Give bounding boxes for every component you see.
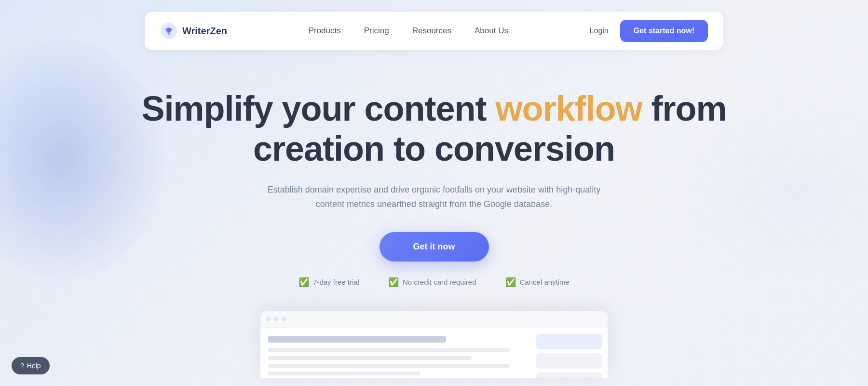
app-screenshot	[260, 311, 608, 378]
content-line-title	[268, 336, 446, 343]
screenshot-toolbar	[260, 311, 608, 328]
nav-item-resources[interactable]: Resources	[412, 26, 451, 36]
nav-item-about[interactable]: About Us	[475, 26, 508, 36]
sidebar-preview-1	[536, 334, 602, 349]
navbar: WriterZen Products Pricing Resources Abo…	[145, 12, 723, 50]
sidebar-preview-2	[536, 353, 602, 369]
nav-links: Products Pricing Resources About Us	[309, 26, 508, 36]
badge-no-cc-label: No credit card required	[403, 278, 476, 286]
check-icon-cancel: ✅	[505, 277, 516, 288]
nav-link-products[interactable]: Products	[309, 26, 341, 35]
badge-cancel-label: Cancel anytime	[520, 278, 570, 286]
logo-link[interactable]: WriterZen	[160, 22, 227, 40]
nav-right: Login Get started now!	[590, 20, 708, 42]
help-button[interactable]: ? Help	[12, 357, 50, 374]
logo-text: WriterZen	[182, 26, 227, 37]
content-line-3	[268, 364, 510, 368]
hero-title: Simplify your content workflow from crea…	[0, 89, 868, 169]
badge-trial-label: 7-day free trial	[313, 278, 359, 286]
hero-subtitle: Establish domain expertise and drive org…	[260, 182, 608, 212]
hero-section: Simplify your content workflow from crea…	[0, 50, 868, 378]
help-icon: ?	[20, 362, 24, 370]
check-icon-trial: ✅	[298, 277, 309, 288]
content-line-2	[268, 356, 472, 360]
hero-title-highlight: workflow	[496, 89, 642, 128]
badge-trial: ✅ 7-day free trial	[298, 277, 359, 288]
nav-link-about[interactable]: About Us	[475, 26, 508, 35]
sidebar-preview-3	[536, 372, 602, 378]
login-button[interactable]: Login	[590, 27, 609, 35]
hero-title-part1: Simplify your content	[141, 89, 495, 128]
nav-link-pricing[interactable]: Pricing	[364, 26, 389, 35]
toolbar-dot-3	[282, 317, 286, 321]
content-line-1	[268, 348, 510, 352]
content-line-4	[268, 372, 420, 375]
hero-title-line2: creation to conversion	[253, 129, 615, 168]
get-started-button[interactable]: Get started now!	[620, 20, 708, 42]
badge-no-cc: ✅ No credit card required	[388, 277, 476, 288]
hero-title-part2: from	[642, 89, 727, 128]
svg-point-1	[167, 28, 171, 32]
nav-item-products[interactable]: Products	[309, 26, 341, 36]
hero-cta-button[interactable]: Get it now	[380, 232, 489, 262]
nav-item-pricing[interactable]: Pricing	[364, 26, 389, 36]
toolbar-dot-2	[274, 317, 279, 321]
check-icon-no-cc: ✅	[388, 277, 399, 288]
screenshot-editor	[260, 328, 530, 378]
logo-icon	[160, 22, 177, 40]
screenshot-content	[260, 328, 608, 378]
badge-cancel: ✅ Cancel anytime	[505, 277, 570, 288]
toolbar-dot-1	[266, 317, 271, 321]
screenshot-sidebar	[530, 328, 608, 378]
help-label: Help	[27, 362, 41, 370]
nav-link-resources[interactable]: Resources	[412, 26, 451, 35]
hero-badges: ✅ 7-day free trial ✅ No credit card requ…	[0, 277, 868, 288]
